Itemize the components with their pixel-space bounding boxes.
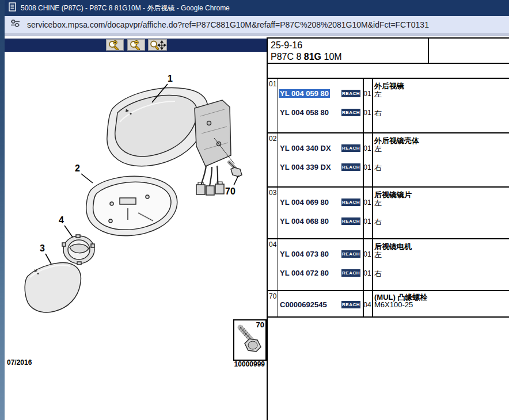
zoom-in-icon <box>108 40 123 50</box>
browser-window: 5008 CHINE (P87C) - P87C 8 81G10M - 外后视镜… <box>0 0 509 420</box>
callout-1: 1 <box>168 74 173 83</box>
part-ref-link[interactable]: YL 004 058 80 <box>280 108 329 117</box>
parts-table: 01外后视镜YL 004 059 80REACH01左YL 004 058 80… <box>268 79 509 318</box>
part-qty: 01 <box>363 217 371 226</box>
callout-2: 2 <box>75 163 80 173</box>
part-qty: 01 <box>363 90 371 98</box>
part-qty: 01 <box>363 269 371 277</box>
header-divider <box>428 39 429 63</box>
table-row: 70(MUL) 凸缘螺栓C0000692545REACH04M6X100-25 <box>268 291 509 318</box>
part-qty: 01 <box>363 163 371 171</box>
row-item-number: 01 <box>269 80 276 88</box>
part-qty: 01 <box>363 250 371 258</box>
table-row: 01外后视镜YL 004 059 80REACH01左YL 004 058 80… <box>268 79 509 133</box>
part-desc: M6X100-25 <box>374 300 413 309</box>
zoom-out-button[interactable] <box>127 39 145 51</box>
reach-badge[interactable]: REACH <box>341 198 360 206</box>
figure-header: 25-9-16 P87C 8 81G 10M <box>268 37 509 64</box>
zoom-pan-button[interactable] <box>148 39 167 51</box>
reach-badge[interactable]: REACH <box>341 301 360 308</box>
diagram-image-number: 10000999 <box>229 360 265 368</box>
table-row: 04后视镜电机YL 004 073 80REACH01左YL 004 072 8… <box>268 239 509 291</box>
reach-badge[interactable]: REACH <box>341 269 360 277</box>
reach-badge[interactable]: REACH <box>341 109 360 116</box>
part-desc: 右 <box>374 108 382 119</box>
table-spacer-row <box>268 64 509 79</box>
reach-badge[interactable]: REACH <box>341 90 360 97</box>
bolt-inset-box: 70 <box>233 319 267 361</box>
zoom-out-icon <box>129 40 144 50</box>
part-desc: 右 <box>374 269 382 279</box>
part-desc: 左 <box>374 144 382 154</box>
part-ref-link[interactable]: YL 004 340 DX <box>280 144 331 152</box>
part-desc: 右 <box>374 217 382 227</box>
callout-70: 70 <box>225 186 235 196</box>
part-qty: 04 <box>363 301 371 309</box>
window-title: 5008 CHINE (P87C) - P87C 8 81G10M - 外后视镜… <box>21 3 230 13</box>
part-desc: 左 <box>374 250 382 260</box>
exploded-diagram: 1 2 4 3 70 <box>5 53 267 318</box>
part-qty: 01 <box>363 198 371 207</box>
reach-badge[interactable]: REACH <box>341 163 360 171</box>
part-qty: 01 <box>363 144 371 152</box>
reach-badge[interactable]: REACH <box>341 250 360 258</box>
table-row: 03后视镜镜片YL 004 069 80REACH01左YL 004 068 8… <box>268 188 509 239</box>
part-qty: 01 <box>363 109 371 117</box>
zoom-in-button[interactable] <box>106 39 124 51</box>
part-desc: 右 <box>374 163 382 173</box>
desktop-background <box>0 0 5 420</box>
site-controls-icon[interactable] <box>10 19 20 30</box>
part-ref-link[interactable]: YL 004 339 DX <box>280 163 331 171</box>
viewer-toolbar <box>5 39 267 52</box>
part-ref-link[interactable]: YL 004 072 80 <box>280 269 329 277</box>
part-ref-link[interactable]: YL 004 059 80 <box>279 89 330 98</box>
inset-callout-70: 70 <box>256 320 264 329</box>
row-item-number: 03 <box>269 189 276 197</box>
row-item-number: 04 <box>269 240 276 249</box>
table-row: 02外后视镜壳体YL 004 340 DXREACH01左YL 004 339 … <box>268 133 509 188</box>
part-ref-link[interactable]: C0000692545 <box>280 300 327 309</box>
part-ref-link[interactable]: YL 004 068 80 <box>280 217 329 226</box>
reach-badge[interactable]: REACH <box>341 217 360 225</box>
figure-reference: P87C 8 81G 10M <box>271 51 342 63</box>
catalog-date: 07/2016 <box>7 358 32 366</box>
parts-panel: 25-9-16 P87C 8 81G 10M 01外后视镜YL 004 059 … <box>268 0 509 420</box>
zoom-pan-icon <box>149 40 166 50</box>
reach-badge[interactable]: REACH <box>341 144 360 152</box>
part-desc: 左 <box>374 89 382 100</box>
part-ref-link[interactable]: YL 004 069 80 <box>280 198 329 207</box>
callout-4: 4 <box>59 215 64 225</box>
callout-3: 3 <box>40 243 45 253</box>
part-ref-link[interactable]: YL 004 073 80 <box>280 250 329 258</box>
figure-date: 25-9-16 <box>271 40 342 51</box>
page-document-icon <box>9 2 16 14</box>
row-item-number: 70 <box>269 292 276 300</box>
part-desc: 左 <box>374 198 382 208</box>
row-item-number: 02 <box>269 135 276 143</box>
